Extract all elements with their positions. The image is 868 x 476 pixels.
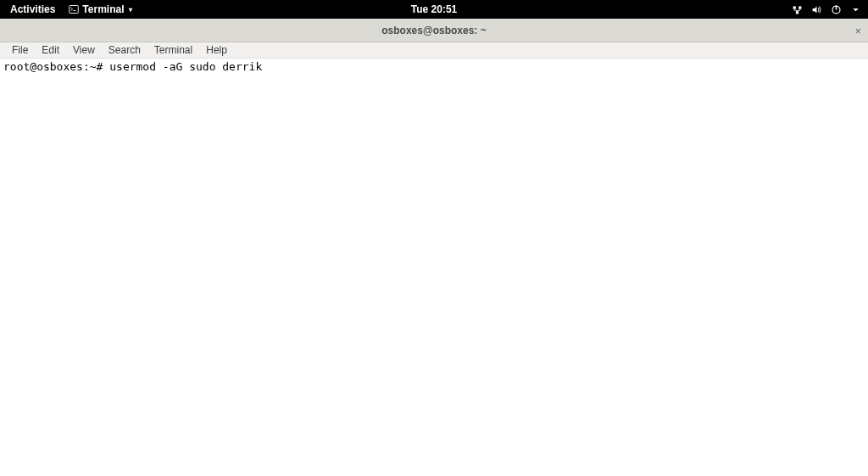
power-icon[interactable]: [831, 4, 842, 15]
menubar: File Edit View Search Terminal Help: [0, 42, 868, 59]
menu-view[interactable]: View: [66, 42, 102, 58]
menu-edit[interactable]: Edit: [35, 42, 66, 58]
app-menu-button[interactable]: Terminal ▾: [65, 3, 136, 15]
network-icon[interactable]: [792, 4, 803, 15]
menu-file[interactable]: File: [5, 42, 35, 58]
svg-rect-4: [796, 11, 798, 14]
terminal-line: root@osboxes:~# usermod -aG sudo derrik: [3, 60, 865, 74]
shell-command: usermod -aG sudo derrik: [109, 60, 262, 73]
system-tray: [792, 4, 861, 15]
window-title: osboxes@osboxes: ~: [381, 25, 486, 36]
svg-rect-0: [70, 6, 79, 14]
svg-rect-3: [798, 6, 801, 8]
terminal-icon: [69, 4, 79, 14]
chevron-down-icon: ▾: [129, 6, 132, 14]
close-button[interactable]: ×: [854, 24, 861, 36]
svg-rect-2: [793, 6, 796, 8]
gnome-top-panel: Activities Terminal ▾ Tue 20:51: [0, 0, 868, 19]
window-titlebar: osboxes@osboxes: ~ ×: [0, 19, 868, 42]
shell-prompt: root@osboxes:~#: [3, 60, 109, 73]
clock[interactable]: Tue 20:51: [411, 3, 457, 15]
menu-search[interactable]: Search: [102, 42, 147, 58]
menu-help[interactable]: Help: [199, 42, 234, 58]
terminal-body[interactable]: root@osboxes:~# usermod -aG sudo derrik: [0, 59, 868, 476]
volume-icon[interactable]: [811, 4, 822, 15]
activities-button[interactable]: Activities: [7, 3, 58, 15]
app-menu-label: Terminal: [82, 3, 124, 15]
system-menu-chevron-icon[interactable]: [850, 4, 861, 15]
menu-terminal[interactable]: Terminal: [147, 42, 199, 58]
top-panel-left: Activities Terminal ▾: [7, 3, 136, 15]
